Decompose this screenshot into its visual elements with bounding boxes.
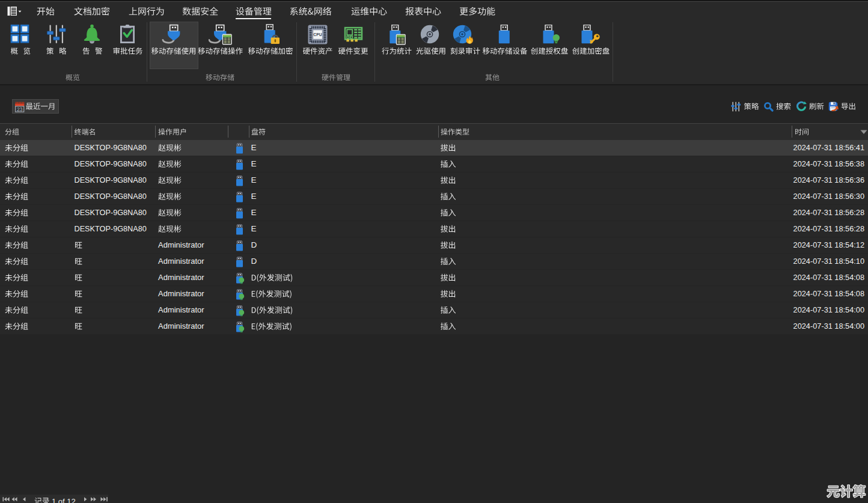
svg-text:CPU: CPU bbox=[313, 32, 322, 37]
svg-text:23: 23 bbox=[17, 106, 23, 112]
